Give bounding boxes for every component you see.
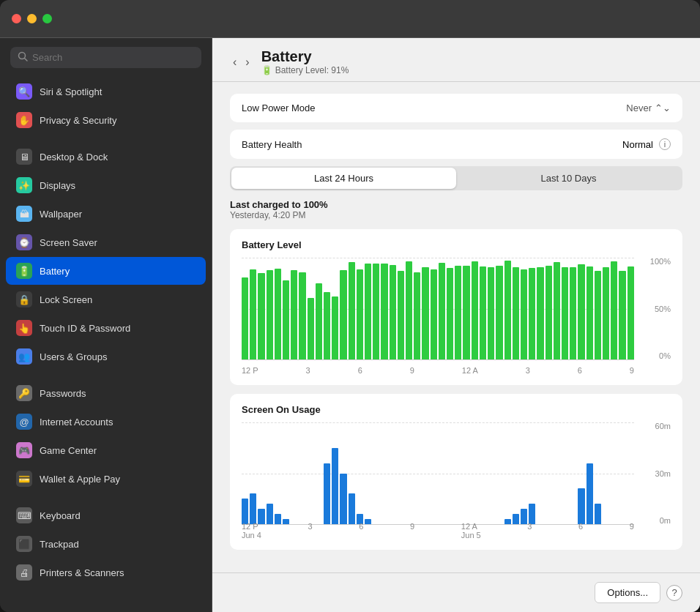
y-label-100pct: 100% — [640, 258, 671, 266]
search-bar[interactable] — [10, 47, 201, 68]
battery-bar — [258, 273, 264, 359]
sidebar-item-displays[interactable]: ✨ Displays — [6, 171, 206, 199]
detail-header: ‹ › Battery 🔋 Battery Level: 91% — [212, 38, 700, 82]
desktop-dock-label: Desktop & Dock — [40, 152, 108, 163]
battery-bar — [628, 266, 634, 359]
screen-bar — [529, 504, 535, 524]
sidebar-item-trackpad[interactable]: ⬛ Trackpad — [6, 530, 206, 558]
close-button[interactable] — [12, 14, 21, 23]
battery-bar — [447, 268, 453, 359]
battery-bar — [242, 277, 248, 359]
sidebar-item-passwords[interactable]: 🔑 Passwords — [6, 379, 206, 407]
wallet-applepay-label: Wallet & Apple Pay — [40, 474, 120, 485]
battery-bar — [480, 266, 486, 359]
sidebar-item-privacy-security[interactable]: ✋ Privacy & Security — [6, 106, 206, 134]
wallet-applepay-icon: 💳 — [16, 471, 32, 487]
battery-bar — [349, 262, 355, 359]
sidebar-item-siri-spotlight[interactable]: 🔍 Siri & Spotlight — [6, 78, 206, 105]
battery-bar — [422, 267, 428, 359]
screen-x-labels: 12 PJun 436912 AJun 5369 — [242, 522, 634, 540]
battery-bar — [521, 269, 527, 359]
sidebar-item-touch-id[interactable]: 👆 Touch ID & Password — [6, 314, 206, 342]
sidebar-item-wallet-applepay[interactable]: 💳 Wallet & Apple Pay — [6, 465, 206, 493]
battery-bar — [357, 269, 363, 360]
screen-bar — [250, 493, 256, 524]
sidebar-item-game-center[interactable]: 🎮 Game Center — [6, 436, 206, 464]
screen-bar — [349, 493, 355, 524]
low-power-mode-value[interactable]: Never ⌃⌄ — [626, 102, 671, 113]
touch-id-icon: 👆 — [16, 320, 32, 336]
displays-label: Displays — [40, 180, 75, 191]
y-label-0pct: 0% — [640, 352, 671, 360]
help-button[interactable]: ? — [666, 585, 682, 601]
battery-bar — [414, 272, 420, 359]
battery-bar — [250, 269, 256, 359]
screen-usage-chart-title: Screen On Usage — [242, 404, 671, 415]
maximize-button[interactable] — [42, 14, 52, 23]
touch-id-label: Touch ID & Password — [40, 323, 130, 334]
nav-back-button[interactable]: ‹ — [230, 54, 239, 70]
battery-level-chart: 0% 50% 100% 12 P36912 A369 — [242, 258, 671, 375]
battery-y-labels: 0% 50% 100% — [640, 258, 671, 360]
screen-x-label-wrapper-6: 6 — [578, 522, 583, 540]
battery-bar — [390, 265, 396, 359]
last-charged-title: Last charged to 100% — [230, 199, 682, 210]
screen-usage-chart-section: Screen On Usage 0m 30m 60m — [230, 394, 682, 550]
screen-x-label-2: 6 — [359, 522, 363, 531]
search-input[interactable] — [32, 52, 194, 63]
search-icon — [18, 51, 28, 64]
nav-forward-button[interactable]: › — [242, 54, 252, 70]
battery-chart-plot — [242, 258, 634, 360]
options-button[interactable]: Options... — [595, 582, 660, 603]
battery-health-label: Battery Health — [242, 139, 302, 150]
internet-accounts-icon: @ — [16, 414, 32, 430]
battery-bar — [340, 270, 346, 360]
passwords-label: Passwords — [40, 388, 86, 399]
battery-bar — [562, 267, 568, 359]
sidebar-item-printers-scanners[interactable]: 🖨 Printers & Scanners — [6, 559, 206, 586]
screen-x-label-wrapper-2: 6 — [359, 522, 363, 540]
passwords-icon: 🔑 — [16, 385, 32, 401]
detail-subtitle: 🔋 Battery Level: 91% — [261, 65, 349, 75]
sidebar-item-desktop-dock[interactable]: 🖥 Desktop & Dock — [6, 143, 206, 171]
sidebar-item-battery[interactable]: 🔋 Battery — [6, 257, 206, 285]
battery-health-row: Battery Health Normal i — [230, 130, 682, 159]
sidebar-item-wallpaper[interactable]: 🏔 Wallpaper — [6, 200, 206, 228]
battery-bar — [537, 267, 543, 359]
battery-bar — [578, 264, 584, 359]
last-charged-block: Last charged to 100% Yesterday, 4:20 PM — [230, 199, 682, 220]
trackpad-icon: ⬛ — [16, 536, 32, 552]
sidebar-item-internet-accounts[interactable]: @ Internet Accounts — [6, 408, 206, 436]
siri-spotlight-label: Siri & Spotlight — [40, 86, 102, 97]
battery-health-value: Normal — [622, 139, 653, 150]
battery-bar — [546, 266, 552, 359]
keyboard-label: Keyboard — [40, 510, 81, 521]
sidebar-item-screen-saver[interactable]: ⌚ Screen Saver — [6, 228, 206, 256]
screen-saver-icon: ⌚ — [16, 234, 32, 250]
battery-bar — [275, 269, 281, 359]
battery-bar — [316, 283, 322, 359]
battery-bar — [603, 267, 609, 359]
y-label-50pct: 50% — [640, 305, 671, 313]
screen-x-label-4: 12 A — [461, 522, 481, 531]
screen-usage-chart: 0m 30m 60m 12 PJun 436912 AJun 5369 — [242, 422, 671, 540]
minimize-button[interactable] — [27, 14, 37, 23]
tab-10d[interactable]: Last 10 Days — [456, 168, 681, 189]
sidebar: 🔍 Siri & Spotlight ✋ Privacy & Security … — [0, 38, 212, 612]
tab-24h[interactable]: Last 24 Hours — [231, 168, 456, 189]
battery-x-label-7: 9 — [630, 366, 634, 375]
sidebar-item-lock-screen[interactable]: 🔒 Lock Screen — [6, 286, 206, 313]
battery-bar — [455, 266, 461, 359]
battery-bar — [504, 261, 511, 359]
sidebar-item-keyboard[interactable]: ⌨ Keyboard — [6, 501, 206, 529]
detail-panel: ‹ › Battery 🔋 Battery Level: 91% Low Pow… — [212, 38, 700, 612]
battery-level-chart-title: Battery Level — [242, 239, 671, 250]
main-content: 🔍 Siri & Spotlight ✋ Privacy & Security … — [0, 38, 700, 612]
battery-bar — [431, 269, 437, 359]
screen-x-label-wrapper-3: 9 — [410, 522, 414, 540]
sidebar-item-users-groups[interactable]: 👥 Users & Groups — [6, 343, 206, 370]
battery-bar — [308, 298, 314, 359]
screen-x-label-7: 9 — [630, 522, 634, 531]
battery-x-label-4: 12 A — [462, 366, 478, 375]
info-icon[interactable]: i — [659, 138, 671, 150]
